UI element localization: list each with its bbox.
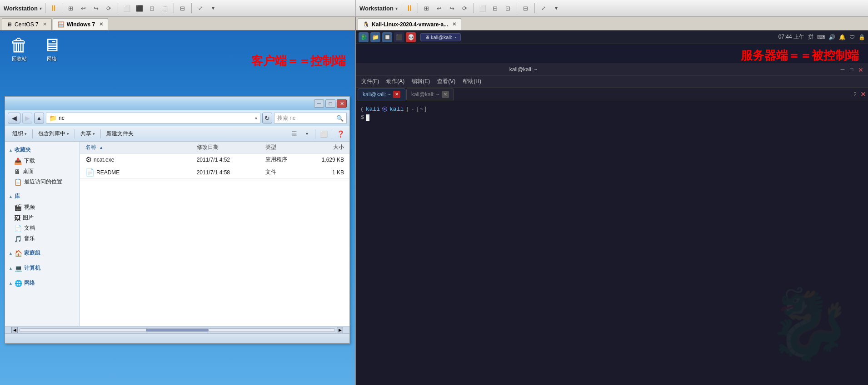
scrollbar-track[interactable]	[20, 328, 335, 332]
kali-terminal-indicator[interactable]: 🖥 kali@kali: ~	[420, 33, 461, 41]
sidebar-library-header[interactable]: ▲ 库	[5, 191, 80, 202]
terminal-minimize-btn[interactable]: ─	[839, 66, 846, 73]
library-dropdown-icon[interactable]: ▾	[67, 132, 69, 136]
explorer-forward-btn[interactable]: ▶	[22, 113, 32, 123]
sidebar-item-videos[interactable]: 🎬 视频	[5, 202, 80, 212]
terminal-tab-close-all[interactable]: ✕	[860, 90, 866, 99]
tab-kali[interactable]: 🐧 Kali-Linux-2020.4-vmware-a... ✕	[358, 18, 461, 30]
right-tb-btn2[interactable]: ↩	[434, 3, 445, 13]
sidebar-favorites-header[interactable]: ▲ 收藏夹	[5, 144, 80, 156]
right-tb-btn1[interactable]: ⊞	[421, 3, 432, 13]
terminal-tab-1[interactable]: kali@kali: ~ ✕	[358, 89, 405, 100]
tab-windows7[interactable]: 🪟 Windows 7 ✕	[53, 18, 109, 30]
right-pause-btn[interactable]: ⏸	[404, 4, 414, 13]
col-date-header[interactable]: 修改日期	[193, 143, 262, 151]
toolbar-preview-btn[interactable]: ⬜	[318, 129, 329, 139]
windows7-close[interactable]: ✕	[99, 21, 103, 27]
col-name-header[interactable]: 名称 ▲	[82, 143, 193, 151]
kali-panel-icon5[interactable]: 💀	[406, 32, 416, 42]
terminal-maximize-btn[interactable]: □	[848, 66, 855, 73]
left-tb-btn6[interactable]: ⬛	[134, 3, 145, 13]
explorer-maximize-btn[interactable]: □	[325, 99, 335, 108]
toolbar-divider2	[75, 129, 75, 138]
toolbar-share-btn[interactable]: 共享 ▾	[77, 128, 99, 139]
explorer-close-btn[interactable]: ✕	[337, 99, 347, 108]
toolbar-view-details-btn[interactable]: ▾	[301, 129, 312, 139]
menu-file[interactable]: 文件(F)	[359, 77, 381, 86]
toolbar-organize-label: 组织	[12, 130, 23, 138]
share-dropdown-icon[interactable]: ▾	[93, 132, 95, 136]
col-size-header[interactable]: 大小	[313, 143, 348, 151]
explorer-minimize-btn[interactable]: ─	[314, 99, 324, 108]
right-tb-btn5[interactable]: ⬜	[477, 3, 488, 13]
recycle-bin-icon[interactable]: 🗑 回收站	[5, 35, 34, 62]
menu-help[interactable]: 帮助(H)	[461, 77, 483, 86]
sidebar-network-header[interactable]: ▲ 🌐 网络	[5, 277, 80, 289]
tab-centos7[interactable]: 🖥 CentOS 7 ✕	[2, 18, 52, 30]
left-workstation-dropdown-icon[interactable]: ▾	[40, 6, 42, 11]
sidebar-item-desktop[interactable]: 🖥 桌面	[5, 166, 80, 177]
explorer-up-btn[interactable]: ▲	[34, 113, 44, 123]
explorer-back-btn[interactable]: ◀	[8, 113, 20, 123]
terminal-content[interactable]: 🐉 ( kali ㉿ kali ) - [~] $	[356, 101, 868, 385]
explorer-address-box[interactable]: 📁 nc ▾	[46, 113, 260, 123]
right-tb-btn4[interactable]: ⟳	[459, 3, 470, 13]
sidebar-homegroup-header[interactable]: ▲ 🏠 家庭组	[5, 247, 80, 259]
sidebar-item-downloads[interactable]: 📥 下载	[5, 156, 80, 166]
right-tb-btn3[interactable]: ↪	[447, 3, 458, 13]
table-row[interactable]: 📄 README 2011/7/1 4:58 文件 1 KB	[80, 166, 349, 179]
scrollbar-right-btn[interactable]: ▶	[337, 327, 343, 333]
terminal-input-line[interactable]: $	[360, 114, 863, 121]
explorer-search-box[interactable]: 搜索 nc 🔍	[274, 113, 347, 123]
left-tb-btn7[interactable]: ⊡	[147, 3, 158, 13]
sidebar-computer-header[interactable]: ▲ 💻 计算机	[5, 262, 80, 274]
left-tb-btn5[interactable]: ⬜	[121, 3, 132, 13]
terminal-tab-2[interactable]: kali@kali: ~ ✕	[406, 89, 454, 100]
right-tb-btn9b[interactable]: ▾	[551, 3, 562, 13]
left-tb-btn1[interactable]: ⊞	[65, 3, 76, 13]
right-tb-btn6[interactable]: ⊟	[490, 3, 501, 13]
organize-dropdown-icon[interactable]: ▾	[25, 132, 27, 136]
sidebar-item-images[interactable]: 🖼 图片	[5, 212, 80, 223]
left-tb-btn4[interactable]: ⟳	[104, 3, 115, 13]
left-tb-btn8[interactable]: ⬚	[160, 3, 170, 13]
menu-action[interactable]: 动作(A)	[384, 77, 406, 86]
left-tb-btn10b[interactable]: ▾	[208, 3, 219, 13]
left-tb-btn9[interactable]: ⊟	[177, 3, 188, 13]
address-dropdown-icon[interactable]: ▾	[255, 116, 257, 121]
col-type-header[interactable]: 类型	[262, 143, 313, 151]
scrollbar-thumb[interactable]	[146, 329, 209, 331]
sidebar-item-recent[interactable]: 📋 最近访问的位置	[5, 177, 80, 187]
centos7-close[interactable]: ✕	[43, 21, 47, 27]
right-tb-btn9[interactable]: ⤢	[538, 3, 549, 13]
sidebar-item-music[interactable]: 🎵 音乐	[5, 233, 80, 244]
right-tb-btn7[interactable]: ⊡	[503, 3, 514, 13]
kali-tab-close[interactable]: ✕	[452, 21, 456, 27]
left-pause-btn[interactable]: ⏸	[49, 4, 59, 13]
menu-edit[interactable]: 编辑(E)	[410, 77, 432, 86]
left-tb-btn3[interactable]: ↪	[91, 3, 102, 13]
kali-lock-icon: 🔒	[858, 34, 865, 40]
explorer-refresh-btn[interactable]: ↻	[262, 113, 272, 123]
kali-panel-icon4[interactable]: ⬛	[394, 32, 404, 42]
kali-panel-icon3[interactable]: 🔲	[382, 32, 392, 42]
toolbar-newfolder-btn[interactable]: 新建文件夹	[103, 128, 137, 139]
left-tb-btn10[interactable]: ⤢	[195, 3, 206, 13]
sidebar-item-docs[interactable]: 📄 文档	[5, 223, 80, 233]
left-tb-btn2[interactable]: ↩	[78, 3, 89, 13]
toolbar-help-btn[interactable]: ❓	[335, 129, 346, 139]
kali-panel-icon2[interactable]: 📁	[370, 32, 380, 42]
toolbar-organize-btn[interactable]: 组织 ▾	[9, 128, 30, 139]
toolbar-library-btn[interactable]: 包含到库中 ▾	[35, 128, 73, 139]
menu-view[interactable]: 查看(V)	[435, 77, 457, 86]
left-tb-separator	[45, 3, 45, 13]
table-row[interactable]: ⚙ ncat.exe 2011/7/1 4:52 应用程序 1,629 KB	[80, 153, 349, 166]
network-icon[interactable]: 🖥 网络	[37, 35, 66, 62]
explorer-hscrollbar[interactable]: ◀ ▶	[5, 326, 349, 333]
scrollbar-left-btn[interactable]: ◀	[11, 327, 18, 333]
kali-panel-icon1[interactable]: 🐉	[359, 32, 369, 42]
toolbar-view-list-btn[interactable]: ☰	[289, 129, 299, 139]
right-workstation-dropdown-icon[interactable]: ▾	[395, 6, 398, 11]
right-tb-btn8[interactable]: ⊟	[520, 3, 531, 13]
terminal-close-btn[interactable]: ✕	[857, 66, 864, 73]
